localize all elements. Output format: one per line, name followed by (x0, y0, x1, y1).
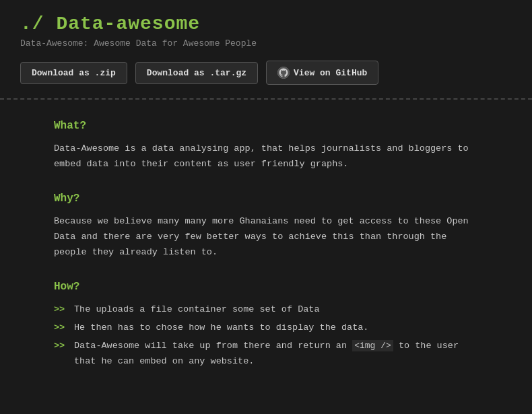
github-icon (277, 67, 290, 79)
list-text-2: He then has to chose how he wants to dis… (74, 320, 478, 336)
list-item: >> Data-Awesome will take up from there … (54, 339, 478, 370)
list-item: >> The uploads a file container some set… (54, 302, 478, 318)
header: ./ Data-awesome Data-Awesome: Awesome Da… (0, 0, 532, 100)
content-section: What? Data-Awesome is a data analysing a… (0, 100, 532, 392)
list-item: >> He then has to chose how he wants to … (54, 320, 478, 336)
list-arrow-2: >> (54, 320, 67, 336)
list-text-1: The uploads a file container some set of… (74, 302, 478, 318)
inline-code: <img /> (352, 340, 393, 351)
why-body: Because we believe many many more Ghanai… (54, 214, 478, 261)
how-list: >> The uploads a file container some set… (54, 302, 478, 370)
download-zip-button[interactable]: Download as .zip (20, 62, 127, 84)
list-arrow-3: >> (54, 339, 67, 354)
button-row: Download as .zip Download as .tar.gz Vie… (20, 61, 512, 85)
download-targz-button[interactable]: Download as .tar.gz (135, 62, 258, 84)
list-text-3: Data-Awesome will take up from there and… (74, 339, 478, 370)
site-subtitle: Data-Awesome: Awesome Data for Awesome P… (20, 38, 512, 48)
list-arrow-1: >> (54, 302, 67, 318)
what-heading: What? (54, 120, 478, 132)
why-heading: Why? (54, 193, 478, 205)
view-github-button[interactable]: View on GitHub (266, 61, 378, 85)
site-title: ./ Data-awesome (20, 13, 512, 34)
what-body: Data-Awesome is a data analysing app, th… (54, 141, 478, 172)
github-button-label: View on GitHub (294, 68, 367, 78)
how-heading: How? (54, 281, 478, 293)
